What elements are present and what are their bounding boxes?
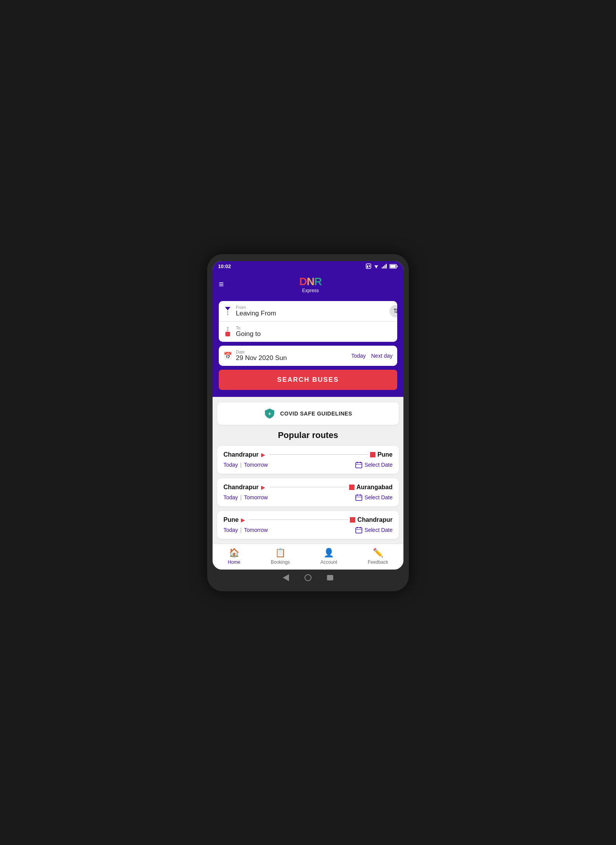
- cal-icon-2: [355, 526, 362, 533]
- from-to-card: From Leaving From ⇅: [219, 301, 397, 342]
- today-link[interactable]: Today: [351, 353, 365, 359]
- from-icon: [223, 307, 232, 315]
- to-row[interactable]: To Going to: [219, 322, 397, 342]
- select-date-2[interactable]: Select Date: [355, 526, 393, 533]
- from-input-area[interactable]: From Leaving From: [236, 305, 276, 317]
- shield-icon: +: [264, 408, 275, 419]
- route-arrow-1: ▶: [261, 484, 265, 490]
- route-card-2: Pune ▶ Chandrapur Today | Tomorrow: [217, 511, 399, 539]
- route-today-1[interactable]: Today: [223, 494, 238, 500]
- route-dates-0: Today | Tomorrow: [223, 462, 268, 468]
- nav-account[interactable]: 👤 Account: [320, 548, 337, 565]
- svg-rect-11: [397, 265, 398, 267]
- device-bottom-bar: [213, 570, 403, 583]
- popular-routes-section: Popular routes Chandrapur ▶ Pune Today |…: [213, 430, 403, 539]
- date-card[interactable]: 📅 Date 29 Nov 2020 Sun Today Next day: [219, 346, 397, 366]
- svg-rect-8: [386, 264, 387, 268]
- status-icons: [366, 263, 398, 269]
- signal-icon: [381, 263, 388, 269]
- date-calendar-icon: 📅: [223, 352, 232, 360]
- route-bottom-1: Today | Tomorrow Select Date: [223, 494, 393, 501]
- recents-button[interactable]: [327, 575, 333, 580]
- search-section: From Leaving From ⇅: [213, 297, 403, 397]
- route-to-2: Chandrapur: [357, 516, 393, 523]
- device-frame: 10:02: [207, 254, 409, 591]
- route-to-0: Pune: [377, 451, 393, 458]
- select-date-0[interactable]: Select Date: [355, 461, 393, 468]
- nav-bookings-label: Bookings: [271, 559, 290, 565]
- popular-routes-title: Popular routes: [217, 430, 399, 440]
- route-tomorrow-1[interactable]: Tomorrow: [244, 494, 268, 500]
- route-line-0: [269, 454, 369, 455]
- route-arrow-2: ▶: [241, 517, 245, 523]
- svg-rect-2: [369, 265, 370, 267]
- route-tomorrow-2[interactable]: Tomorrow: [244, 527, 268, 533]
- svg-marker-4: [375, 267, 377, 268]
- nav-feedback-label: Feedback: [368, 559, 388, 565]
- logo-express: Express: [299, 288, 322, 293]
- route-to-1: Aurangabad: [356, 484, 393, 491]
- route-from-1: Chandrapur: [223, 484, 259, 491]
- route-today-0[interactable]: Today: [223, 462, 238, 468]
- svg-rect-17: [356, 495, 362, 500]
- svg-rect-21: [356, 528, 362, 533]
- route-card-0: Chandrapur ▶ Pune Today | Tomorrow: [217, 446, 399, 474]
- to-label: To: [236, 326, 261, 330]
- nav-bookings[interactable]: 📋 Bookings: [271, 548, 290, 565]
- logo-area: DNR Express: [224, 275, 397, 293]
- route-dest-icon-2: [350, 517, 355, 523]
- status-time: 10:02: [218, 263, 231, 269]
- svg-rect-6: [383, 266, 384, 268]
- covid-banner[interactable]: + COVID SAFE GUIDELINES: [217, 402, 399, 425]
- feedback-icon: ✏️: [373, 548, 383, 558]
- back-button[interactable]: [283, 574, 289, 581]
- date-links: Today Next day: [351, 353, 393, 359]
- covid-text: COVID SAFE GUIDELINES: [280, 410, 352, 417]
- wifi-icon: [373, 263, 379, 269]
- hamburger-menu[interactable]: ≡: [219, 279, 224, 289]
- logo-n: N: [307, 275, 314, 287]
- route-dest-icon-0: [370, 452, 375, 457]
- route-sep-2: |: [240, 527, 242, 533]
- route-bottom-2: Today | Tomorrow Select Date: [223, 526, 393, 533]
- nav-home-label: Home: [228, 559, 240, 565]
- nav-home[interactable]: 🏠 Home: [228, 548, 240, 565]
- nav-account-label: Account: [320, 559, 337, 565]
- sim-icon: [366, 263, 371, 269]
- route-top-1: Chandrapur ▶ Aurangabad: [223, 484, 393, 491]
- svg-rect-0: [366, 264, 371, 268]
- logo-r: R: [314, 275, 322, 287]
- to-input-area[interactable]: To Going to: [236, 326, 261, 338]
- home-icon: 🏠: [229, 548, 239, 558]
- svg-rect-1: [367, 265, 368, 268]
- route-from-2: Pune: [223, 516, 239, 523]
- cal-icon-0: [355, 461, 362, 468]
- route-line-2: [249, 519, 348, 520]
- from-row[interactable]: From Leaving From ⇅: [219, 301, 397, 322]
- route-arrow-0: ▶: [261, 452, 265, 458]
- route-from-0: Chandrapur: [223, 451, 259, 458]
- route-sep-1: |: [240, 494, 242, 500]
- next-day-link[interactable]: Next day: [371, 353, 393, 359]
- app-header: ≡ DNR Express: [213, 272, 403, 297]
- from-label: From: [236, 305, 276, 310]
- battery-icon: [389, 264, 398, 269]
- swap-button[interactable]: ⇅: [389, 304, 397, 318]
- svg-text:+: +: [268, 411, 271, 417]
- select-date-1[interactable]: Select Date: [355, 494, 393, 501]
- route-dates-2: Today | Tomorrow: [223, 527, 268, 533]
- nav-feedback[interactable]: ✏️ Feedback: [368, 548, 388, 565]
- date-label: Date: [236, 350, 287, 354]
- cal-icon-1: [355, 494, 362, 501]
- home-button[interactable]: [305, 574, 311, 581]
- route-tomorrow-0[interactable]: Tomorrow: [244, 462, 268, 468]
- svg-rect-10: [390, 265, 396, 268]
- svg-rect-13: [356, 462, 362, 468]
- route-dest-icon-1: [349, 485, 355, 490]
- route-today-2[interactable]: Today: [223, 527, 238, 533]
- bottom-nav: 🏠 Home 📋 Bookings 👤 Account ✏️ Feedback: [213, 544, 403, 570]
- search-buses-button[interactable]: SEARCH BUSES: [219, 370, 397, 390]
- svg-rect-7: [384, 265, 386, 268]
- to-icon: [223, 327, 232, 336]
- date-info: Date 29 Nov 2020 Sun: [236, 350, 287, 362]
